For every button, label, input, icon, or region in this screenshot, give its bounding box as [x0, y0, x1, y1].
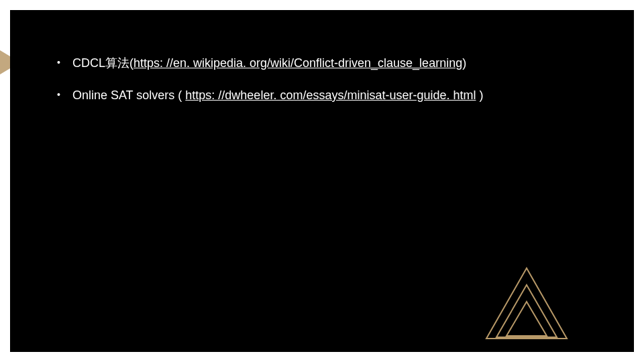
bullet-icon: • — [57, 82, 60, 107]
bullet-icon: • — [57, 50, 60, 74]
bullet-content: Online SAT solvers ( https: //dwheeler. … — [72, 82, 587, 109]
list-item: • Online SAT solvers ( https: //dwheeler… — [57, 82, 587, 109]
sat-solver-link[interactable]: https: //dwheeler. com/essays/minisat-us… — [185, 88, 476, 102]
bullet-label: Online SAT solvers — [72, 88, 174, 102]
paren-close: ) — [462, 56, 466, 70]
bullet-label: CDCL算法 — [72, 56, 129, 70]
paren-close: ) — [476, 88, 484, 102]
bullet-content: CDCL算法(https: //en. wikipedia. org/wiki/… — [72, 50, 587, 77]
bullet-list: • CDCL算法(https: //en. wikipedia. org/wik… — [57, 50, 587, 109]
triangle-decoration — [480, 265, 574, 345]
list-item: • CDCL算法(https: //en. wikipedia. org/wik… — [57, 50, 587, 77]
svg-marker-1 — [496, 285, 557, 337]
cdcl-link[interactable]: https: //en. wikipedia. org/wiki/Conflic… — [133, 56, 462, 70]
svg-marker-2 — [506, 302, 547, 336]
slide-body: • CDCL算法(https: //en. wikipedia. org/wik… — [10, 10, 634, 352]
svg-marker-0 — [486, 268, 567, 339]
paren-open: ( — [174, 88, 185, 102]
